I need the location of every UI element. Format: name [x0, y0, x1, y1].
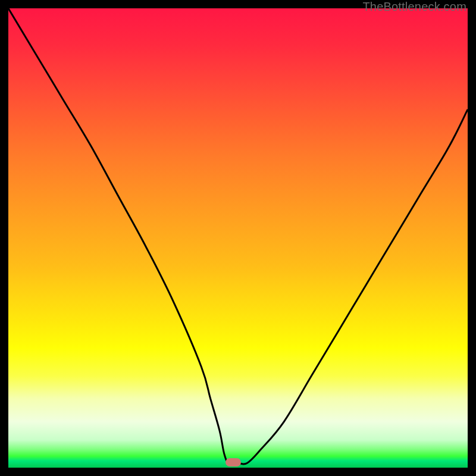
plot-area	[8, 8, 468, 468]
optimal-point-marker	[226, 458, 241, 466]
watermark-text: TheBottleneck.com	[362, 0, 466, 14]
bottleneck-curve	[8, 8, 468, 464]
curve-layer	[8, 8, 468, 468]
bottleneck-chart: TheBottleneck.com	[0, 0, 476, 476]
